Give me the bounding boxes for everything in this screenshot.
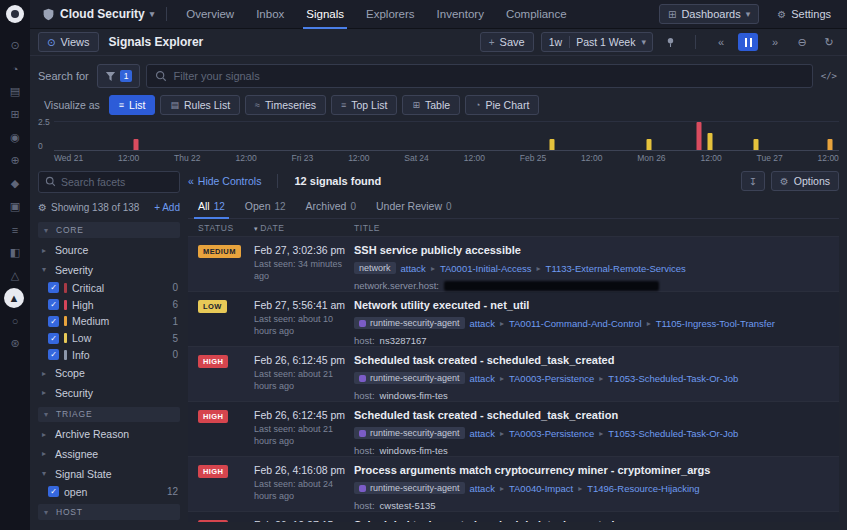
- host-value[interactable]: cwstest-5135: [380, 500, 436, 511]
- notebooks-icon[interactable]: ▣: [4, 196, 26, 217]
- skip-forward-button[interactable]: »: [765, 33, 785, 51]
- facet-group-host[interactable]: ▾HOST: [38, 504, 180, 520]
- chart-bar[interactable]: [708, 133, 713, 150]
- tab-inbox[interactable]: Inbox: [245, 0, 295, 29]
- signal-title[interactable]: Process arguments match cryptocurrency m…: [354, 464, 831, 476]
- facet-option-open[interactable]: ✓open12: [38, 483, 180, 500]
- integrations-icon[interactable]: ⊕: [4, 150, 26, 171]
- facet-option-high[interactable]: ✓High6: [38, 296, 180, 313]
- save-button[interactable]: + Save: [480, 32, 534, 52]
- infrastructure-icon[interactable]: ▤: [4, 81, 26, 102]
- monitors-icon[interactable]: ◉: [4, 127, 26, 148]
- signal-row[interactable]: HIGH Feb 26, 6:12:45 pmLast seen: about …: [188, 347, 839, 402]
- cloud-security-icon[interactable]: ▲: [4, 288, 24, 308]
- viz-option-rules-list[interactable]: ▤Rules List: [160, 95, 240, 115]
- tab-overview[interactable]: Overview: [175, 0, 245, 29]
- attack-tag-link[interactable]: attack: [401, 263, 426, 274]
- signal-chart-plot[interactable]: [54, 121, 839, 151]
- attack-tag-link[interactable]: attack: [470, 483, 495, 494]
- technique-tag-link[interactable]: T1053-Scheduled-Task-Or-Job: [608, 373, 738, 384]
- pin-button[interactable]: [660, 33, 680, 51]
- source-tag[interactable]: network: [354, 262, 396, 274]
- dashboards-button[interactable]: ⊞ Dashboards ▾: [659, 4, 759, 24]
- checkbox-checked[interactable]: ✓: [48, 486, 59, 497]
- tab-archived[interactable]: Archived0: [296, 195, 366, 218]
- checkbox-checked[interactable]: ✓: [48, 316, 59, 327]
- facet-option-info[interactable]: ✓Info0: [38, 346, 180, 363]
- tactic-tag-link[interactable]: TA0011-Command-And-Control: [509, 318, 642, 329]
- signal-title[interactable]: Network utility executed - net_util: [354, 299, 831, 311]
- skip-back-button[interactable]: «: [711, 33, 731, 51]
- attack-tag-link[interactable]: attack: [470, 318, 495, 329]
- tactic-tag-link[interactable]: TA0003-Persistence: [509, 428, 594, 439]
- col-status[interactable]: STATUS: [198, 223, 254, 233]
- host-value[interactable]: ns3287167: [380, 335, 427, 346]
- tab-under-review[interactable]: Under Review0: [366, 195, 462, 218]
- chart-bar[interactable]: [550, 139, 555, 150]
- refresh-button[interactable]: ↻: [819, 33, 839, 51]
- viz-option-timeseries[interactable]: ≈Timeseries: [245, 95, 326, 115]
- chart-bar[interactable]: [697, 122, 702, 150]
- signal-row[interactable]: HIGH Feb 26, 4:16:08 pmLast seen: about …: [188, 457, 839, 512]
- signal-title[interactable]: Scheduled task created - scheduled_task_…: [354, 519, 831, 522]
- organization-settings-icon[interactable]: ⊛: [4, 333, 26, 354]
- tab-compliance[interactable]: Compliance: [495, 0, 578, 29]
- zoom-out-button[interactable]: ⊖: [792, 33, 812, 51]
- tactic-tag-link[interactable]: TA0001-Initial-Access: [440, 263, 532, 274]
- viz-option-pie-chart[interactable]: ◔Pie Chart: [465, 95, 539, 115]
- chart-bar[interactable]: [827, 139, 832, 150]
- tab-inventory[interactable]: Inventory: [426, 0, 495, 29]
- technique-tag-link[interactable]: T1053-Scheduled-Task-Or-Job: [608, 428, 738, 439]
- settings-button[interactable]: ⚙ Settings: [769, 5, 839, 23]
- checkbox-checked[interactable]: ✓: [48, 299, 59, 310]
- export-button[interactable]: ↧: [741, 171, 765, 191]
- attack-tag-link[interactable]: attack: [470, 428, 495, 439]
- signals-timeline-chart[interactable]: 2.5 0 Wed 2112:00Thu 2212:00Fri 2312:00S…: [38, 121, 839, 163]
- facet-source[interactable]: ▸Source: [38, 240, 180, 260]
- checkbox-checked[interactable]: ✓: [48, 282, 59, 293]
- signal-row[interactable]: HIGH Feb 26, 12:27:15 pm Scheduled task …: [188, 512, 839, 522]
- technique-tag-link[interactable]: T1496-Resource-Hijacking: [587, 483, 699, 494]
- pause-button[interactable]: [738, 33, 758, 51]
- signal-row[interactable]: HIGH Feb 26, 6:12:45 pmLast seen: about …: [188, 402, 839, 457]
- hide-controls-link[interactable]: «Hide Controls: [188, 175, 261, 187]
- viz-option-list[interactable]: ≡List: [109, 95, 156, 115]
- search-icon[interactable]: ⊙: [4, 35, 26, 56]
- facet-group-triage[interactable]: ▾TRIAGE: [38, 407, 180, 423]
- facet-option-medium[interactable]: ✓Medium1: [38, 313, 180, 330]
- agent-tag[interactable]: runtime-security-agent: [354, 317, 465, 329]
- agent-tag[interactable]: runtime-security-agent: [354, 482, 465, 494]
- watchdog-icon[interactable]: ◔: [4, 58, 26, 79]
- code-view-toggle[interactable]: </>: [819, 71, 839, 81]
- facet-group-core[interactable]: ▾CORE: [38, 222, 180, 238]
- facet-scope[interactable]: ▸Scope: [38, 363, 180, 383]
- technique-tag-link[interactable]: T1105-Ingress-Tool-Transfer: [656, 318, 775, 329]
- dashboards-icon[interactable]: ⊞: [4, 104, 26, 125]
- ci-icon[interactable]: ◧: [4, 242, 26, 263]
- options-button[interactable]: ⚙Options: [771, 171, 839, 191]
- viz-option-table[interactable]: ⊞Table: [402, 95, 460, 115]
- signal-search-input[interactable]: [173, 70, 803, 82]
- chart-bar[interactable]: [753, 139, 758, 150]
- chart-bar[interactable]: [133, 139, 138, 150]
- tab-signals[interactable]: Signals: [295, 0, 355, 29]
- agent-tag[interactable]: runtime-security-agent: [354, 372, 465, 384]
- facet-assignee[interactable]: ▸Assignee: [38, 444, 180, 464]
- host-value[interactable]: windows-fim-tes: [380, 390, 448, 401]
- signal-row[interactable]: LOW Feb 27, 5:56:41 amLast seen: about 1…: [188, 292, 839, 347]
- host-value[interactable]: windows-fim-tes: [380, 445, 448, 456]
- facet-archive-reason[interactable]: ▸Archive Reason: [38, 424, 180, 444]
- views-button[interactable]: ⊙ Views: [38, 32, 99, 52]
- apm-icon[interactable]: ◆: [4, 173, 26, 194]
- tab-explorers[interactable]: Explorers: [355, 0, 426, 29]
- tab-open[interactable]: Open12: [235, 195, 296, 218]
- facet-search-input[interactable]: [61, 176, 173, 188]
- facet-signal-state[interactable]: ▾Signal State: [38, 464, 180, 484]
- technique-tag-link[interactable]: T1133-External-Remote-Services: [546, 263, 686, 274]
- workflows-icon[interactable]: ○: [4, 310, 26, 331]
- viz-option-top-list[interactable]: ≡Top List: [331, 95, 397, 115]
- tactic-tag-link[interactable]: TA0040-Impact: [509, 483, 573, 494]
- time-range-picker[interactable]: 1w Past 1 Week ▾: [541, 32, 653, 52]
- col-date[interactable]: ▾DATE: [254, 223, 354, 233]
- checkbox-checked[interactable]: ✓: [48, 349, 59, 360]
